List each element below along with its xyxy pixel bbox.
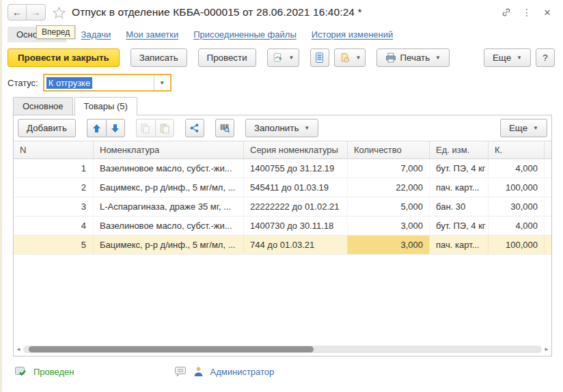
forward-button[interactable]: → [27, 5, 45, 20]
table-row[interactable]: 3 L-Аспарагиназа, драже 35 мг, ... 22222… [14, 197, 551, 216]
close-icon[interactable]: ✕ [540, 5, 555, 20]
print-label: Печать [400, 53, 430, 63]
cell-n[interactable]: 3 [14, 197, 94, 216]
register-records-button[interactable] [310, 48, 329, 67]
tab-main[interactable]: Основное [13, 97, 73, 115]
barcode-scan-button[interactable] [215, 119, 234, 137]
cell-k[interactable]: 4,000 [489, 216, 545, 235]
nav-item-change-history[interactable]: История изменений [312, 29, 394, 42]
cell-k[interactable]: 100,000 [489, 178, 545, 197]
add-row-button[interactable]: Добавить [18, 119, 76, 137]
get-link-icon[interactable] [499, 5, 514, 20]
cell-quantity[interactable]: 5,000 [348, 197, 430, 216]
cell-n[interactable]: 4 [14, 216, 94, 235]
fill-label: Заполнить [254, 123, 299, 133]
table-row-selected[interactable]: 5 Бацимекс, р-р д/инф., 5 мг/мл, ... 744… [14, 236, 551, 255]
cell-unit[interactable]: бан. 30 [430, 197, 489, 216]
back-button[interactable]: ← [8, 5, 27, 20]
cell-quantity[interactable]: 3,000 [348, 216, 430, 235]
more-menu-icon[interactable]: ⋮ [519, 5, 534, 20]
cell-unit[interactable]: пач. карт... [430, 178, 489, 197]
user-icon[interactable] [193, 366, 204, 377]
status-combobox[interactable]: К отгрузке ▼ [43, 74, 171, 92]
document-clock-icon [339, 52, 351, 64]
cell-unit[interactable]: пач. карт... [430, 236, 489, 254]
clipboard-group [136, 119, 174, 137]
col-header-k[interactable]: К. [489, 141, 545, 158]
more-button[interactable]: Еще ▼ [484, 48, 531, 67]
cell-n[interactable]: 5 [14, 236, 94, 254]
table-more-button[interactable]: Еще ▼ [500, 119, 547, 137]
status-dropdown-button[interactable]: ▼ [154, 75, 170, 90]
scrollbar-track[interactable] [23, 346, 542, 353]
table-row[interactable]: 4 Вазелиновое масло, субст.-жи... 140073… [14, 216, 551, 236]
scroll-right-icon[interactable]: ► [543, 346, 550, 352]
cell-series[interactable]: 22222222 до 01.02.21 [244, 197, 348, 216]
nav-item-tasks[interactable]: Задачи [81, 29, 111, 42]
table-row[interactable]: 2 Бацимекс, р-р д/инф., 5 мг/мл, ... 545… [14, 178, 551, 197]
paste-button[interactable] [155, 119, 174, 137]
table-more-label: Еще [509, 123, 527, 133]
cell-quantity[interactable]: 7,000 [348, 159, 430, 178]
fill-button[interactable]: Заполнить ▼ [245, 119, 318, 137]
cell-series[interactable]: 744 до 01.03.21 [244, 236, 348, 254]
status-label: Статус: [8, 78, 38, 88]
caret-down-icon: ▼ [289, 55, 294, 61]
posted-document-icon [14, 366, 27, 377]
scroll-left-icon[interactable]: ◄ [15, 346, 22, 352]
cell-series[interactable]: 1400755 до 31.12.19 [244, 159, 348, 178]
user-name-link[interactable]: Администратор [210, 367, 275, 377]
cell-k[interactable]: 100,000 [489, 236, 545, 254]
cell-nomenclature[interactable]: L-Аспарагиназа, драже 35 мг, ... [94, 197, 244, 216]
cell-k[interactable]: 4,000 [489, 159, 545, 178]
caret-down-icon: ▼ [159, 80, 165, 86]
post-and-close-button[interactable]: Провести и закрыть [8, 48, 120, 67]
col-header-series[interactable]: Серия номенклатуры [244, 141, 348, 158]
cell-nomenclature[interactable]: Вазелиновое масло, субст.-жи... [94, 216, 244, 235]
nav-item-notes[interactable]: Мои заметки [126, 29, 178, 42]
save-button[interactable]: Записать [131, 48, 187, 67]
copy-button[interactable] [136, 119, 155, 137]
tab-goods[interactable]: Товары (5) [74, 97, 137, 115]
post-button[interactable]: Провести [198, 48, 256, 67]
cell-quantity-active[interactable]: 3,000 [348, 236, 430, 254]
help-button[interactable]: ? [536, 48, 555, 67]
document-arrow-icon [272, 52, 284, 64]
cell-unit[interactable]: бут. ПЭ, 4 кг [430, 216, 489, 235]
nav-item-attached-files[interactable]: Присоединенные файлы [193, 29, 297, 42]
col-header-unit[interactable]: Ед. изм. [430, 141, 489, 158]
favorite-star-icon[interactable] [51, 5, 66, 20]
cell-unit[interactable]: бут. ПЭ, 4 кг [430, 159, 489, 178]
col-header-nomenclature[interactable]: Номенклатура [94, 141, 244, 158]
cell-k[interactable]: 30,000 [489, 197, 545, 216]
history-nav-group: ← → [8, 4, 46, 20]
scrollbar-thumb[interactable] [29, 346, 314, 352]
more-label: Еще [493, 53, 511, 63]
page-title: Отпуск в отделение КББА-000015 от 28.06.… [72, 6, 362, 18]
horizontal-scrollbar[interactable]: ◄ ► [15, 344, 550, 354]
arrow-up-icon [92, 124, 101, 133]
create-based-on-button[interactable]: ▼ [267, 48, 299, 67]
cell-nomenclature[interactable]: Вазелиновое масло, субст.-жи... [94, 159, 244, 178]
table-row[interactable]: 1 Вазелиновое масло, субст.-жи... 140075… [14, 159, 551, 178]
cell-nomenclature[interactable]: Бацимекс, р-р д/инф., 5 мг/мл, ... [94, 178, 244, 197]
goods-table: N Номенклатура Серия номенклатуры Количе… [14, 141, 551, 255]
cell-series[interactable]: 545411 до 01.03.19 [244, 178, 348, 197]
cell-nomenclature[interactable]: Бацимекс, р-р д/инф., 5 мг/мл, ... [94, 236, 244, 254]
document-journal-button[interactable]: ▼ [334, 48, 366, 67]
move-row-group [87, 119, 125, 137]
col-header-quantity[interactable]: Количество [348, 141, 430, 158]
move-down-button[interactable] [106, 119, 125, 137]
share-rows-button[interactable] [185, 119, 204, 137]
cell-n[interactable]: 1 [14, 159, 94, 178]
col-header-n[interactable]: N [14, 141, 94, 158]
print-button[interactable]: Печать ▼ [376, 48, 450, 67]
cell-series[interactable]: 1400730 до 30.11.18 [244, 216, 348, 235]
cell-quantity[interactable]: 22,000 [348, 178, 430, 197]
paste-icon [159, 123, 169, 134]
cell-n[interactable]: 2 [14, 178, 94, 197]
comment-icon[interactable] [174, 366, 187, 377]
footer: Проведен Администратор [2, 356, 563, 387]
caret-down-icon: ▼ [356, 55, 361, 61]
move-up-button[interactable] [87, 119, 106, 137]
